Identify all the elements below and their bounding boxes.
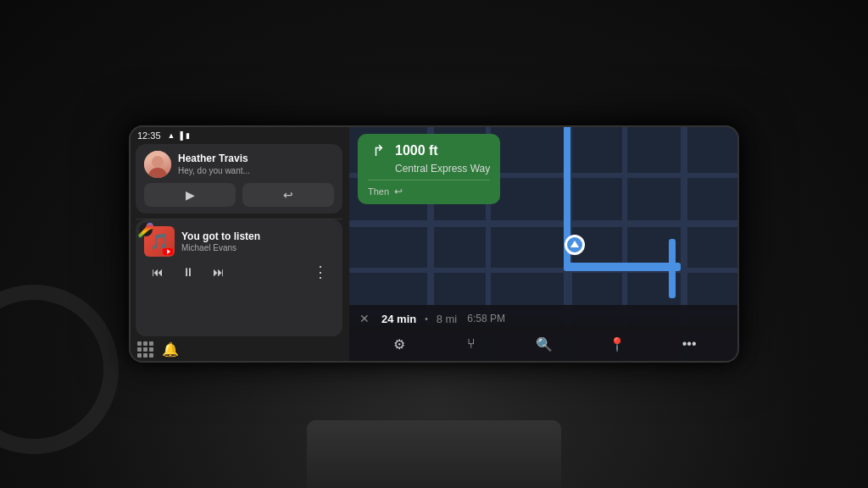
bottom-row: 🔔 bbox=[129, 336, 349, 363]
road-horizontal-2 bbox=[349, 220, 739, 227]
car-position-indicator bbox=[565, 235, 585, 255]
navigation-then-label: Then bbox=[368, 186, 389, 197]
google-mic-icon: 🎤 bbox=[139, 223, 153, 236]
notification-reply-button[interactable]: ↩ bbox=[242, 183, 334, 207]
avatar-image bbox=[144, 151, 171, 178]
notification-play-button[interactable]: ▶ bbox=[144, 183, 236, 207]
status-time: 12:35 bbox=[137, 130, 161, 141]
youtube-badge bbox=[163, 248, 173, 255]
road-horizontal-3 bbox=[349, 268, 739, 273]
navigation-distance-row: ↱ 1000 ft bbox=[368, 141, 490, 161]
turn-arrow-icon: ↱ bbox=[368, 141, 388, 161]
notification-bell-icon[interactable]: 🔔 bbox=[162, 341, 179, 358]
music-controls: ⏮ ⏸ ⏭ ⋮ bbox=[144, 262, 334, 282]
console-base bbox=[307, 420, 561, 488]
notification-header: Heather Travis Hey, do you want... bbox=[144, 151, 334, 178]
status-icons: ▲ ▐ ▮ bbox=[168, 131, 190, 140]
wifi-icon: ▲ bbox=[168, 131, 175, 140]
music-artist: Michael Evans bbox=[181, 243, 334, 252]
notification-actions: ▶ ↩ bbox=[144, 183, 334, 207]
navigation-then-row: Then ↩ bbox=[368, 180, 490, 197]
music-next-button[interactable]: ⏭ bbox=[209, 262, 229, 282]
music-play-pause-button[interactable]: ⏸ bbox=[178, 262, 198, 282]
route-distance: 8 mi bbox=[437, 313, 458, 325]
status-bar: 12:35 ▲ ▐ ▮ bbox=[129, 125, 349, 144]
car-direction-arrow bbox=[570, 241, 579, 247]
map-toolbar: ⚙ ⑂ 🔍 📍 ••• bbox=[349, 325, 739, 363]
route-segment-3 bbox=[669, 239, 676, 298]
signal-icon: ▐ bbox=[177, 131, 182, 140]
map-pin-button[interactable]: 📍 bbox=[604, 330, 631, 358]
map-settings-button[interactable]: ⚙ bbox=[386, 330, 413, 358]
battery-icon: ▮ bbox=[186, 131, 190, 140]
route-close-button[interactable]: ✕ bbox=[359, 312, 370, 325]
notification-message: Hey, do you want... bbox=[178, 165, 334, 176]
music-prev-button[interactable]: ⏮ bbox=[147, 262, 168, 282]
map-route-options-button[interactable]: ⑂ bbox=[458, 330, 485, 358]
navigation-card: ↱ 1000 ft Central Express Way Then ↩ bbox=[358, 134, 500, 204]
route-eta: 6:58 PM bbox=[467, 313, 505, 324]
music-card: 🎵 🎤 You got to listen Michael Evans bbox=[136, 219, 342, 336]
map-panel: ↱ 1000 ft Central Express Way Then ↩ ✕ 2… bbox=[349, 125, 739, 363]
android-auto-screen: 12:35 ▲ ▐ ▮ Heather Travis Hey, do you w… bbox=[129, 125, 739, 363]
map-more-button[interactable]: ••• bbox=[676, 330, 703, 358]
music-title: You got to listen bbox=[181, 230, 334, 242]
navigation-street: Central Express Way bbox=[395, 163, 490, 175]
notification-text: Heather Travis Hey, do you want... bbox=[178, 152, 334, 175]
youtube-play-icon bbox=[167, 249, 170, 254]
music-header: 🎵 🎤 You got to listen Michael Evans bbox=[144, 226, 334, 257]
music-info: You got to listen Michael Evans bbox=[181, 230, 334, 252]
notification-sender: Heather Travis bbox=[178, 152, 334, 164]
navigation-then-icon: ↩ bbox=[394, 186, 403, 197]
app-grid-button[interactable] bbox=[137, 341, 153, 358]
notification-card: Heather Travis Hey, do you want... ▶ ↩ bbox=[136, 144, 342, 214]
map-search-button[interactable]: 🔍 bbox=[531, 330, 558, 358]
route-time: 24 min bbox=[381, 313, 416, 325]
left-panel: 12:35 ▲ ▐ ▮ Heather Travis Hey, do you w… bbox=[129, 125, 349, 363]
music-more-button[interactable]: ⋮ bbox=[310, 262, 331, 282]
navigation-distance: 1000 ft bbox=[395, 143, 438, 158]
avatar bbox=[144, 151, 171, 178]
route-segment-2 bbox=[564, 263, 681, 271]
